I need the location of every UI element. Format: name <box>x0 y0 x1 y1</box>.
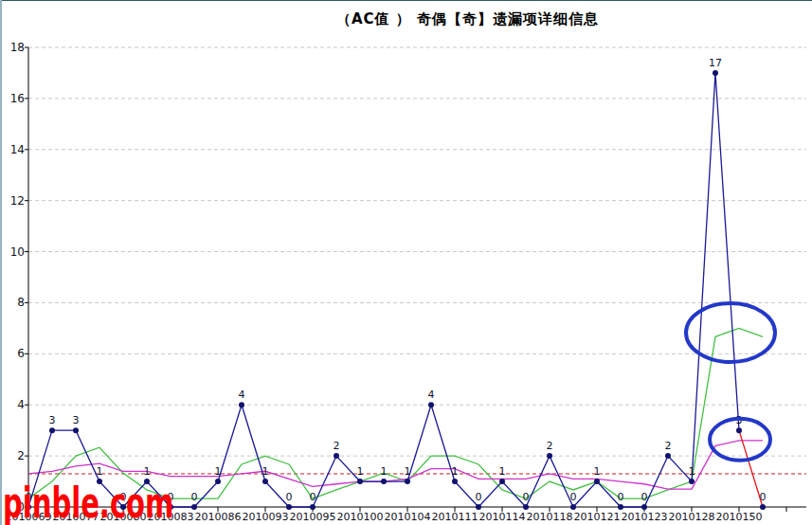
chart-title: （AC值 ） 奇偶【奇】遗漏项详细信息 <box>0 10 812 28</box>
value-label: 0 <box>191 491 198 503</box>
x-tick-label: 2010095 <box>290 511 336 523</box>
data-point <box>215 479 221 484</box>
data-point <box>334 453 339 459</box>
y-tick-label: 12 <box>10 194 25 208</box>
axes <box>28 47 806 507</box>
x-tick-label: 2010093 <box>243 511 289 523</box>
data-point <box>665 453 671 459</box>
value-label: 2 <box>547 440 553 452</box>
value-label: 1 <box>594 465 601 478</box>
value-label: 3 <box>73 414 80 426</box>
value-label: 17 <box>709 57 722 69</box>
x-tick-label: 2010123 <box>622 511 668 523</box>
y-tick-label: 4 <box>17 398 25 411</box>
value-label: 0 <box>310 491 316 503</box>
image-border <box>0 0 812 525</box>
value-label: 3 <box>49 414 56 426</box>
data-point <box>357 479 363 484</box>
x-tick-label: 2010118 <box>527 511 573 523</box>
y-tick-label: 2 <box>17 449 25 462</box>
chart-canvas: 0246810121416182010069201007720100802010… <box>0 0 812 525</box>
y-tick-label: 18 <box>10 41 25 54</box>
data-point <box>191 504 197 510</box>
watermark: pinble.com <box>3 482 173 524</box>
data-point <box>452 479 458 484</box>
value-label: 1 <box>452 465 459 478</box>
value-label: 0 <box>641 491 648 503</box>
data-point <box>523 504 529 510</box>
annotation-ellipse <box>686 303 775 362</box>
data-point <box>713 70 718 76</box>
data-point <box>760 504 766 510</box>
data-point <box>286 504 292 510</box>
value-label: 1 <box>689 465 695 478</box>
value-label: 1 <box>381 465 388 478</box>
y-tick-label: 10 <box>10 245 25 259</box>
data-point <box>476 504 481 510</box>
x-tick-label: 2010100 <box>337 511 384 523</box>
omission-chart: 0246810121416182010069201007720100802010… <box>0 0 812 525</box>
series-omission <box>28 73 763 507</box>
data-point <box>641 504 647 510</box>
data-point <box>499 479 505 484</box>
value-label: 1 <box>144 465 151 478</box>
data-point <box>428 402 434 407</box>
value-label: 0 <box>286 491 293 503</box>
value-label: 0 <box>476 491 482 503</box>
data-point <box>310 504 316 510</box>
y-tick-label: 6 <box>17 347 25 360</box>
data-point <box>262 479 268 484</box>
value-label: 2 <box>334 440 340 452</box>
value-label: 0 <box>760 491 767 503</box>
value-label: 4 <box>239 389 245 401</box>
value-label: 1 <box>357 465 364 478</box>
data-point <box>689 479 695 484</box>
data-point <box>594 479 600 484</box>
value-label: 1 <box>97 465 103 478</box>
x-tick-label: 2010111 <box>432 511 478 523</box>
value-label: 0 <box>618 491 624 503</box>
data-point <box>73 427 79 433</box>
omission-line <box>28 73 739 507</box>
x-tick-label: 2010121 <box>574 511 621 523</box>
data-point-markers <box>26 70 766 510</box>
grid-lines <box>28 47 806 456</box>
y-axis-labels: 024681012141618 <box>10 41 28 514</box>
y-tick-label: 16 <box>10 92 25 105</box>
value-labels: 033101001410021114101020100211730 <box>26 57 767 503</box>
value-label: 2 <box>665 440 672 452</box>
value-label: 1 <box>262 465 269 478</box>
x-tick-label: 2010104 <box>385 511 431 523</box>
data-point <box>570 504 576 510</box>
value-label: 1 <box>405 465 411 478</box>
data-point <box>49 427 55 433</box>
data-point <box>736 427 742 433</box>
x-tick-label: 2010086 <box>195 511 242 523</box>
y-tick-label: 14 <box>10 143 25 156</box>
value-label: 1 <box>499 465 506 478</box>
value-label: 0 <box>523 491 530 503</box>
x-tick-label: 2010114 <box>479 511 526 523</box>
y-tick-label: 8 <box>17 296 25 309</box>
x-tick-label: 2010128 <box>669 511 715 523</box>
data-point <box>547 453 552 459</box>
value-label: 0 <box>570 491 577 503</box>
data-point <box>405 479 410 484</box>
data-point <box>239 402 244 407</box>
value-label: 4 <box>428 389 435 401</box>
data-point <box>381 479 387 484</box>
data-point <box>618 504 623 510</box>
value-label: 1 <box>215 465 222 478</box>
x-tick-label: 2010150 <box>716 511 763 523</box>
